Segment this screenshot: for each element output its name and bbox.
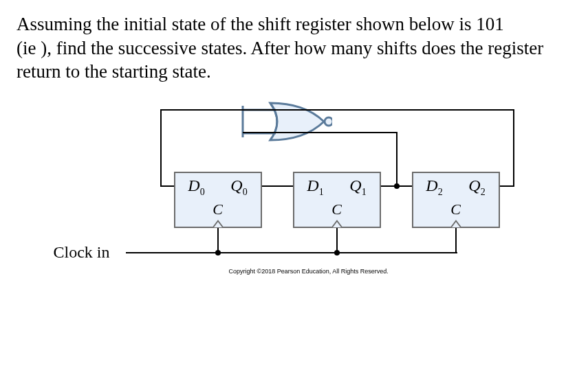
flipflop-0: D0 Q0 C	[174, 172, 262, 228]
wire-d0-in	[160, 185, 175, 187]
wire-q1-tap-up	[396, 132, 398, 187]
node-q1-tap	[394, 183, 400, 189]
copyright-text: Copyright ©2018 Pearson Education, All R…	[229, 268, 389, 275]
flipflop-1: D1 Q1 C	[293, 172, 381, 228]
node-clk-ff0	[215, 250, 221, 255]
node-clk-ff1	[334, 250, 340, 255]
problem-line1: Assuming the initial state of the shift …	[17, 14, 504, 34]
ff1-c: C	[294, 201, 380, 218]
wire-nor-out-down	[160, 109, 162, 187]
wire-q1-tap-horiz	[243, 132, 398, 133]
wire-nor-out-top	[160, 109, 244, 111]
clock-notch-icon	[212, 220, 224, 228]
ff1-d: D1	[307, 177, 323, 198]
clock-notch-icon	[450, 220, 462, 228]
wire-clock-main	[126, 252, 457, 253]
wire-q2-up	[513, 109, 514, 187]
ff2-q: Q2	[468, 177, 485, 198]
ff2-c: C	[413, 201, 499, 218]
ff1-q: Q1	[349, 177, 366, 198]
problem-line2: (ie ), find the successive states. After…	[17, 38, 543, 82]
ff2-d: D2	[426, 177, 442, 198]
nor-gate	[229, 98, 332, 146]
wire-clk-ff2	[455, 228, 457, 253]
ff0-c: C	[175, 201, 261, 218]
clock-in-label: Clock in	[54, 243, 110, 262]
wire-q2-out	[500, 185, 514, 187]
circuit-diagram: D0 Q0 C D1 Q1 C D2 Q2 C Clock in Copyrig…	[33, 98, 556, 290]
ff0-d: D0	[188, 177, 204, 198]
svg-point-0	[325, 117, 332, 126]
wire-q0-d1	[262, 185, 294, 187]
wire-top-rail	[243, 109, 514, 111]
problem-text: Assuming the initial state of the shift …	[17, 12, 571, 84]
flipflop-2: D2 Q2 C	[412, 172, 500, 228]
clock-notch-icon	[331, 220, 343, 228]
ff0-q: Q0	[230, 177, 247, 198]
